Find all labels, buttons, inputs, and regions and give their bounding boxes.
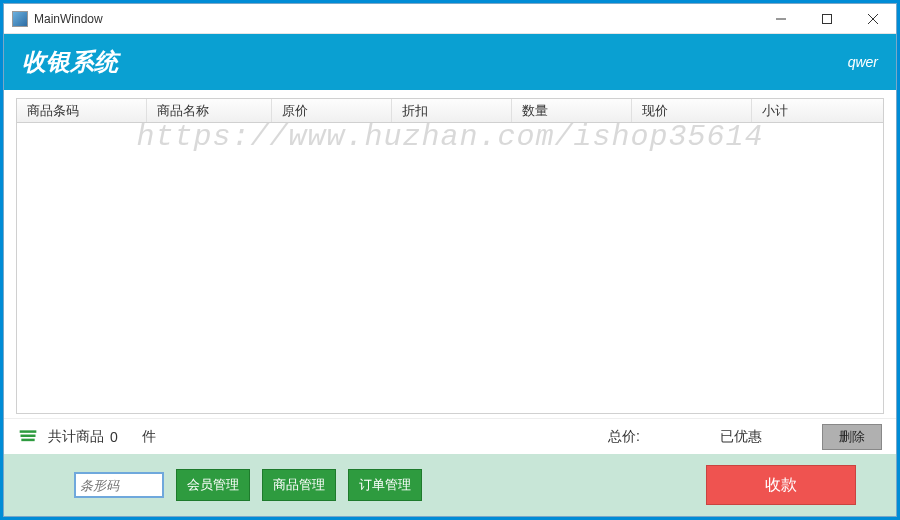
svg-rect-1 [823,14,832,23]
app-header: 收银系统 qwer [4,34,896,90]
minimize-button[interactable] [758,4,804,34]
delete-button[interactable]: 删除 [822,424,882,450]
titlebar: MainWindow [4,4,896,34]
product-manage-button[interactable]: 商品管理 [262,469,336,501]
cart-icon [18,428,38,446]
close-button[interactable] [850,4,896,34]
product-table: 商品条码 商品名称 原价 折扣 数量 现价 小计 [16,98,884,414]
count-value: 0 [110,429,118,445]
app-icon [12,11,28,27]
col-qty[interactable]: 数量 [512,99,632,122]
col-price[interactable]: 原价 [272,99,392,122]
barcode-input[interactable] [74,472,164,498]
checkout-button[interactable]: 收款 [706,465,856,505]
count-unit: 件 [142,428,156,446]
maximize-button[interactable] [804,4,850,34]
svg-rect-5 [21,434,36,437]
svg-rect-6 [21,438,34,441]
count-label: 共计商品 [48,428,104,446]
summary-bar: 共计商品 0 件 总价: 已优惠 删除 [4,418,896,454]
action-bar: 会员管理 商品管理 订单管理 收款 [4,454,896,516]
table-body [17,123,883,414]
user-label: qwer [848,54,878,70]
col-current[interactable]: 现价 [632,99,752,122]
total-label: 总价: [608,428,640,446]
main-window: MainWindow 收银系统 qwer 商品条码 商品名称 原价 折扣 数量 … [3,3,897,517]
order-manage-button[interactable]: 订单管理 [348,469,422,501]
app-title: 收银系统 [22,46,118,78]
col-barcode[interactable]: 商品条码 [17,99,147,122]
member-manage-button[interactable]: 会员管理 [176,469,250,501]
discount-label: 已优惠 [720,428,762,446]
col-subtotal[interactable]: 小计 [752,99,883,122]
svg-rect-4 [20,430,37,433]
window-title: MainWindow [34,12,758,26]
table-header: 商品条码 商品名称 原价 折扣 数量 现价 小计 [17,99,883,123]
col-name[interactable]: 商品名称 [147,99,272,122]
col-discount[interactable]: 折扣 [392,99,512,122]
